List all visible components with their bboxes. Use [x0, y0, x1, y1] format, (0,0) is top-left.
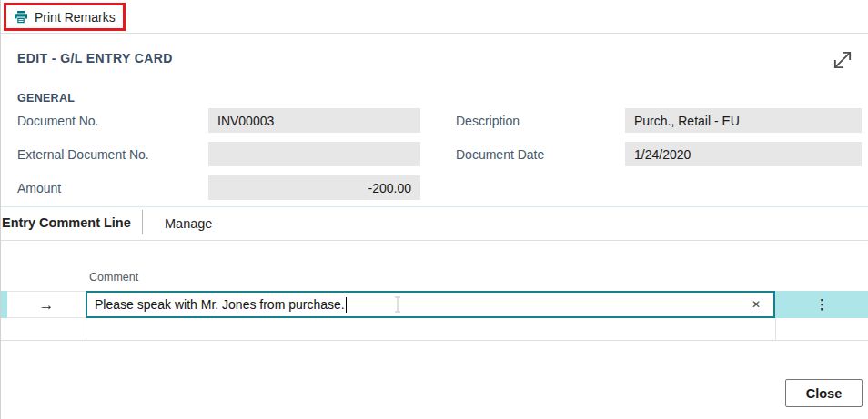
print-remarks-button[interactable]: Print Remarks: [35, 10, 116, 25]
tab-separator: [142, 210, 143, 234]
field-document-no[interactable]: INV00003: [208, 108, 420, 133]
section-header-general[interactable]: GENERAL: [17, 92, 75, 105]
kebab-menu-icon: ⋮: [815, 296, 829, 313]
field-label-document-no: Document No.: [17, 114, 98, 128]
field-label-description: Description: [456, 114, 520, 128]
row-options-area[interactable]: ⋮: [775, 291, 868, 318]
clear-field-icon[interactable]: ✕: [746, 298, 766, 311]
printer-icon: [14, 10, 28, 25]
divider: [1, 240, 868, 241]
field-label-amount: Amount: [17, 181, 61, 195]
tab-entry-comment-line[interactable]: Entry Comment Line: [2, 215, 131, 230]
grid-line: [775, 318, 776, 341]
field-document-date[interactable]: 1/24/2020: [625, 142, 862, 166]
field-external-document-no[interactable]: [208, 142, 420, 166]
tab-manage[interactable]: Manage: [165, 216, 212, 231]
print-remarks-annotation-highlight: Print Remarks: [4, 3, 126, 31]
comment-cell-text: Please speak with Mr. Jones from purchas…: [95, 297, 345, 312]
field-label-external-document-no: External Document No.: [17, 147, 149, 162]
text-caret: [346, 297, 348, 313]
mouse-ibeam-cursor: [393, 296, 402, 316]
field-label-document-date: Document Date: [456, 147, 544, 162]
field-amount[interactable]: -200.00: [208, 175, 420, 200]
page-title: EDIT - G/L ENTRY CARD: [17, 51, 173, 65]
row-selector-cell[interactable]: →: [7, 291, 86, 318]
close-button[interactable]: Close: [785, 379, 863, 407]
divider: [1, 206, 868, 207]
grid-line: [86, 318, 86, 341]
table-row-active: → Please speak with Mr. Jones from purch…: [1, 291, 868, 318]
column-header-comment[interactable]: Comment: [89, 271, 138, 284]
comment-cell-editing[interactable]: Please speak with Mr. Jones from purchas…: [86, 291, 775, 318]
divider: [1, 33, 868, 34]
field-description[interactable]: Purch., Retail - EU: [625, 108, 862, 133]
current-row-arrow-icon: →: [39, 297, 55, 313]
expand-icon[interactable]: [830, 47, 855, 73]
active-row-highlight-strip: [1, 291, 7, 318]
table-row-empty[interactable]: [1, 318, 868, 341]
